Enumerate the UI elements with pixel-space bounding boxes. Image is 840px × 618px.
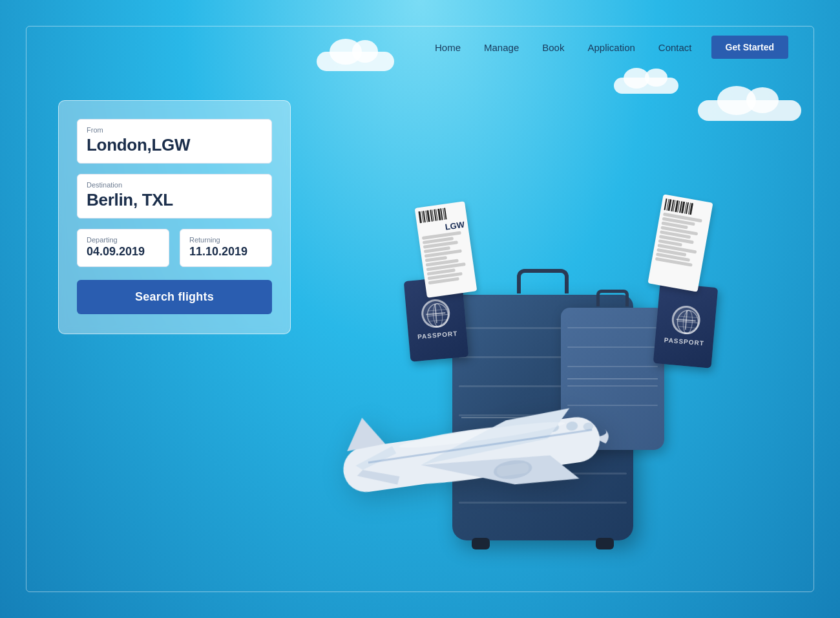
destination-field-group[interactable]: Destination Berlin, TXL: [77, 174, 272, 218]
svg-line-2: [428, 314, 448, 316]
from-label: From: [87, 126, 262, 134]
departing-label: Departing: [87, 236, 160, 244]
svg-line-7: [678, 321, 698, 323]
wheel-right: [596, 538, 614, 549]
returning-label: Returning: [189, 236, 262, 244]
wheel-left: [472, 538, 490, 549]
passport-right: PASSPORT: [653, 282, 719, 368]
page-wrapper: Home Manage Book Application Contact Get…: [0, 0, 840, 618]
nav-home[interactable]: Home: [435, 42, 461, 53]
svg-line-4: [429, 320, 447, 321]
returning-field[interactable]: Returning 11.10.2019: [180, 229, 272, 267]
svg-line-3: [428, 310, 446, 311]
departing-field[interactable]: Departing 04.09.2019: [77, 229, 169, 267]
passport-right-text: PASSPORT: [664, 336, 704, 346]
nav-application[interactable]: Application: [587, 42, 635, 53]
passport-right-globe: [671, 304, 702, 336]
boarding-pass-right: [647, 194, 713, 292]
svg-line-9: [678, 326, 697, 328]
destination-value: Berlin, TXL: [87, 190, 262, 210]
travel-scene: LGW: [317, 88, 769, 579]
nav-contact[interactable]: Contact: [658, 42, 692, 53]
search-flights-button[interactable]: Search flights: [77, 280, 272, 314]
nav-manage[interactable]: Manage: [484, 42, 519, 53]
dates-row: Departing 04.09.2019 Returning 11.10.201…: [77, 229, 272, 267]
departing-value: 04.09.2019: [87, 245, 160, 259]
passport-left-text: PASSPORT: [417, 330, 458, 340]
passport-left-globe: [420, 298, 451, 329]
illustration: LGW: [278, 58, 808, 579]
nav-book[interactable]: Book: [542, 42, 564, 53]
returning-value: 11.10.2019: [189, 245, 262, 259]
suitcase-main-handle: [517, 269, 569, 293]
nav-links: Home Manage Book Application Contact: [435, 42, 692, 53]
suitcase-small-handle: [596, 290, 629, 306]
search-panel: From London,LGW Destination Berlin, TXL …: [58, 100, 291, 334]
navbar: Home Manage Book Application Contact Get…: [0, 36, 840, 59]
svg-line-8: [679, 316, 697, 317]
destination-label: Destination: [87, 181, 262, 189]
from-field-group[interactable]: From London,LGW: [77, 119, 272, 164]
get-started-button[interactable]: Get Started: [711, 36, 788, 59]
from-value: London,LGW: [87, 135, 262, 155]
